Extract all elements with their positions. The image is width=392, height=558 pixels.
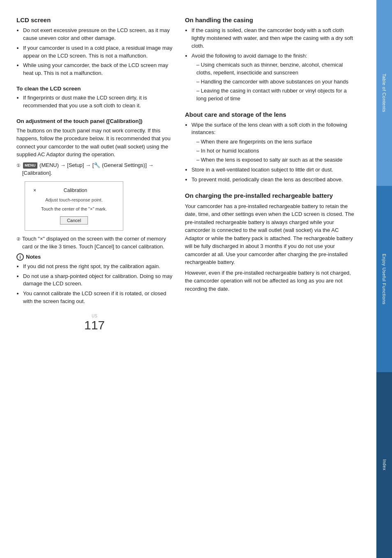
rechargeable-para1: Your camcorder has a pre-installed recha… — [185, 202, 357, 266]
handling-casing-heading: On handling the casing — [185, 16, 357, 23]
step1-line: ① MENU (MENU) → [Setup] → [🔧 (General Se… — [16, 161, 173, 177]
clean-lcd-list: If fingerprints or dust make the LCD scr… — [16, 94, 173, 110]
step1-num: ① — [16, 162, 21, 169]
handling-casing-section: On handling the casing If the casing is … — [185, 16, 357, 103]
list-item: Store in a well-ventilated location subj… — [191, 166, 357, 174]
list-item: Do not use a sharp-pointed object for ca… — [23, 273, 173, 288]
list-item: While using your camcorder, the back of … — [23, 62, 173, 77]
list-item: Wipe the surface of the lens clean with … — [191, 121, 357, 164]
page-number: US 117 — [16, 314, 173, 332]
notes-header: i Notes — [16, 253, 173, 261]
sidebar-toc[interactable]: Table of Contents — [376, 0, 392, 186]
step2-num: ② — [16, 236, 21, 243]
care-lens-heading: About care and storage of the lens — [185, 111, 357, 118]
step2-content: Touch "×" displayed on the screen with t… — [22, 235, 173, 251]
lcd-screen-section: LCD screen Do not exert excessive pressu… — [16, 16, 173, 77]
left-column: LCD screen Do not exert excessive pressu… — [16, 16, 173, 533]
list-item: You cannot calibrate the LCD screen if i… — [23, 290, 173, 306]
list-item: To prevent mold, periodically clean the … — [191, 176, 357, 184]
sidebar-enjoy-label: Enjoy Useful Functions — [382, 254, 387, 305]
casing-sub-list: Using chemicals such as thinner, benzine… — [191, 61, 357, 102]
calibration-title-row: × Calibration — [33, 188, 115, 194]
lens-sub-list: When there are fingerprints on the lens … — [191, 138, 357, 164]
notes-heading: Notes — [26, 254, 41, 260]
handling-casing-list: If the casing is soiled, clean the camco… — [185, 27, 357, 103]
sidebar-index[interactable]: Index — [376, 372, 392, 558]
notes-list: If you did not press the right spot, try… — [16, 263, 173, 306]
list-item: If fingerprints or dust make the LCD scr… — [23, 94, 173, 110]
rechargeable-para2: However, even if the pre-installed recha… — [185, 269, 357, 293]
list-item: Do not exert excessive pressure on the L… — [23, 27, 173, 42]
clean-lcd-heading: To clean the LCD screen — [16, 86, 173, 92]
page-footer: US 117 — [16, 314, 173, 337]
sub-list-item: When there are fingerprints on the lens … — [196, 138, 357, 146]
list-item: If your camcorder is used in a cold plac… — [23, 44, 173, 60]
sidebar-index-label: Index — [382, 459, 387, 470]
sidebar-toc-label: Table of Contents — [382, 74, 387, 112]
rechargeable-section: On charging the pre-installed rechargeab… — [185, 192, 357, 293]
calibration-title: Calibration — [36, 188, 115, 193]
touch-panel-intro: The buttons on the touch panel may not w… — [16, 127, 173, 159]
notes-icon: i — [16, 253, 24, 261]
touch-panel-heading: On adjustment of the touch panel ([Calib… — [16, 118, 173, 124]
calibration-box: × Calibration Adjust touch-response poin… — [25, 181, 123, 231]
clean-lcd-section: To clean the LCD screen If fingerprints … — [16, 86, 173, 110]
care-lens-section: About care and storage of the lens Wipe … — [185, 111, 357, 184]
step1-content: MENU (MENU) → [Setup] → [🔧 (General Sett… — [22, 161, 173, 177]
touch-panel-section: On adjustment of the touch panel ([Calib… — [16, 118, 173, 306]
main-content: LCD screen Do not exert excessive pressu… — [0, 0, 376, 558]
sidebar: Table of Contents Enjoy Useful Functions… — [376, 0, 392, 558]
rechargeable-heading: On charging the pre-installed rechargeab… — [185, 192, 357, 199]
care-lens-list: Wipe the surface of the lens clean with … — [185, 121, 357, 184]
lcd-screen-heading: LCD screen — [16, 16, 173, 23]
sub-list-item: In hot or humid locations — [196, 147, 357, 155]
close-icon[interactable]: × — [33, 188, 36, 194]
settings-icon: 🔧 — [94, 162, 100, 168]
page-container: LCD screen Do not exert excessive pressu… — [0, 0, 392, 558]
page-label: US — [16, 314, 173, 318]
right-column: On handling the casing If the casing is … — [185, 16, 357, 533]
cancel-button[interactable]: Cancel — [60, 216, 88, 225]
calibration-instruction: Touch the center of the "×" mark. — [33, 206, 115, 211]
sub-list-item: When the lens is exposed to salty air su… — [196, 156, 357, 164]
list-item: Avoid the following to avoid damage to t… — [191, 52, 357, 103]
sub-list-item: Using chemicals such as thinner, benzine… — [196, 61, 357, 77]
list-item: If the casing is soiled, clean the camco… — [191, 27, 357, 50]
step2-line: ② Touch "×" displayed on the screen with… — [16, 235, 173, 251]
notes-section: i Notes If you did not press the right s… — [16, 253, 173, 306]
sub-list-item: Leaving the casing in contact with rubbe… — [196, 87, 357, 103]
list-item: If you did not press the right spot, try… — [23, 263, 173, 271]
sub-list-item: Handling the camcorder with above substa… — [196, 78, 357, 86]
lcd-screen-list: Do not exert excessive pressure on the L… — [16, 27, 173, 77]
sidebar-enjoy[interactable]: Enjoy Useful Functions — [376, 186, 392, 372]
calibration-subtitle: Adjust touch-response point. — [33, 197, 115, 202]
menu-badge: MENU — [23, 162, 37, 169]
